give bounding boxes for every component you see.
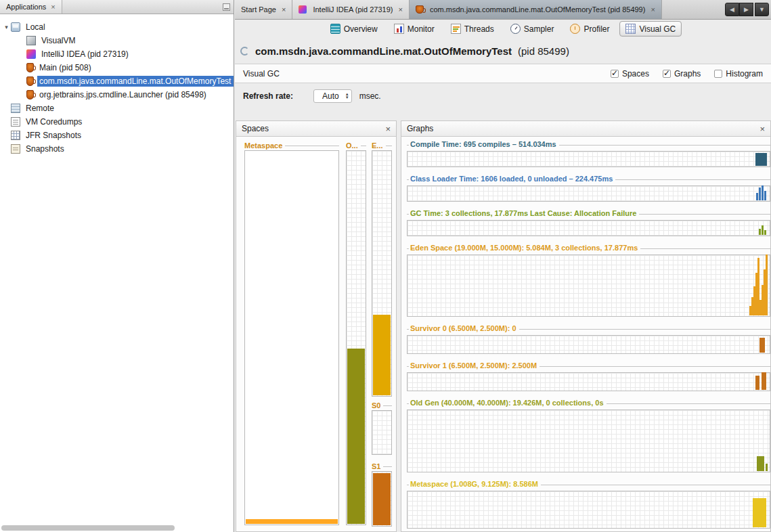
close-icon[interactable]: × <box>282 5 286 14</box>
close-icon[interactable]: × <box>759 124 765 134</box>
graph-title: Survivor 0 (6.500M, 2.500M): 0 <box>407 324 770 334</box>
tree-item[interactable]: ▾Local <box>0 20 234 34</box>
title-border-line <box>285 146 339 146</box>
graph-strip <box>407 220 770 236</box>
next-tab-button[interactable]: ▶ <box>739 3 753 16</box>
tab-profiler[interactable]: Profiler <box>564 21 615 37</box>
app-title-row: com.msdn.java.commandLine.mat.OutOfMemor… <box>235 38 771 64</box>
graph-strip <box>407 151 770 167</box>
graph-bar <box>766 254 768 315</box>
tab-list-dropdown[interactable]: ▼ <box>755 3 769 16</box>
graph-bar <box>759 229 761 235</box>
graph-row: Class Loader Time: 1606 loaded, 0 unload… <box>407 175 770 202</box>
document-tab[interactable]: IntelliJ IDEA (pid 27319)× <box>292 0 409 19</box>
tab-applications-label: Applications <box>6 3 46 11</box>
graph-bar <box>753 498 766 527</box>
title-border-line <box>615 179 770 180</box>
tree-item[interactable]: VM Coredumps <box>0 115 234 129</box>
checkbox-spaces[interactable]: Spaces <box>611 69 649 79</box>
java-icon <box>416 5 424 14</box>
tab-overview[interactable]: Overview <box>324 21 384 37</box>
java-icon <box>26 76 34 86</box>
prev-tab-button[interactable]: ◀ <box>725 3 739 16</box>
graph-row: Old Gen (40.000M, 40.000M): 19.426M, 0 c… <box>407 399 770 472</box>
tree-item[interactable]: Snapshots <box>0 142 234 156</box>
survivor1-space-fill <box>373 473 391 525</box>
tree-item-label: Local <box>24 22 47 32</box>
graph-row: Metaspace (1.008G, 9.125M): 8.586M <box>407 480 770 529</box>
graph-row: Survivor 0 (6.500M, 2.500M): 0 <box>407 324 770 354</box>
metaspace-space: Metaspace <box>244 141 339 150</box>
visualvm-window: Applications × ▾LocalVisualVMIntelliJ ID… <box>0 0 771 532</box>
tab-sampler[interactable]: Sampler <box>504 21 560 37</box>
tree-item[interactable]: JFR Snapshots <box>0 129 234 142</box>
refresh-rate-combobox[interactable]: Auto ▲ ▼ <box>313 89 352 103</box>
tree-item-label: org.jetbrains.jps.cmdline.Launcher (pid … <box>37 89 208 100</box>
graph-bar <box>766 464 768 471</box>
page-title-pid: (pid 85499) <box>518 45 569 57</box>
tree-item[interactable]: com.msdn.java.commandLine.mat.OutOfMemor… <box>0 74 234 88</box>
graphs-body: Compile Time: 695 compiles – 514.034msCl… <box>401 137 770 531</box>
tree-item-label: Snapshots <box>24 143 66 154</box>
survivor1-space: S1 <box>372 462 392 471</box>
graph-bar <box>764 191 766 200</box>
graph-title-label: Compile Time: 695 compiles – 514.034ms <box>409 140 559 150</box>
computer-icon <box>11 22 20 32</box>
stepper-icon: ▲ ▼ <box>345 93 349 99</box>
spaces-body: Metaspace O... E... S0 <box>236 137 396 531</box>
graph-title-label: Survivor 0 (6.500M, 2.500M): 0 <box>409 324 519 334</box>
close-icon[interactable]: × <box>651 5 655 14</box>
tree-item[interactable]: VisualVM <box>0 34 234 47</box>
title-border-line <box>519 329 770 330</box>
graph-title: Class Loader Time: 1606 loaded, 0 unload… <box>407 175 770 184</box>
panels: Spaces × Metaspace O... E... <box>236 120 771 532</box>
close-icon[interactable]: × <box>398 5 402 14</box>
visualvm-icon <box>26 36 36 45</box>
graphs-panel-title: Graphs <box>407 124 433 133</box>
minimize-icon[interactable] <box>223 3 230 11</box>
graph-title: Eden Space (19.000M, 15.000M): 5.084M, 3… <box>407 244 770 253</box>
visualgc-toolbar-label: Visual GC <box>243 69 280 79</box>
survivor1-space-box <box>372 471 392 527</box>
graph-title: Survivor 1 (6.500M, 2.500M): 2.500M <box>407 361 770 371</box>
graph-strip <box>407 335 770 354</box>
expander-open-icon[interactable]: ▾ <box>2 24 11 30</box>
tree-item[interactable]: Remote <box>0 102 234 115</box>
tab-monitor[interactable]: Monitor <box>388 21 441 37</box>
tree-item[interactable]: Main (pid 508) <box>0 61 234 74</box>
view-tabs: OverviewMonitorThreadsSamplerProfilerVis… <box>235 20 771 38</box>
document-tab-label: com.msdn.java.commandLine.mat.OutOfMemor… <box>430 5 646 14</box>
graph-title-label: GC Time: 3 collections, 17.877ms Last Ca… <box>409 209 639 219</box>
document-tab[interactable]: Start Page× <box>235 0 292 19</box>
title-border-line <box>640 248 770 249</box>
tab-applications[interactable]: Applications × <box>0 0 62 14</box>
refresh-rate-value: Auto <box>322 91 339 101</box>
checkbox-icon[interactable] <box>714 70 722 78</box>
graph-title-label: Survivor 1 (6.500M, 2.500M): 2.500M <box>409 361 539 371</box>
checkbox-icon[interactable] <box>611 70 619 78</box>
metaspace-space-label: Metaspace <box>244 141 282 150</box>
graph-bar <box>755 376 759 390</box>
survivor0-space: S0 <box>372 401 392 410</box>
tree-item[interactable]: IntelliJ IDEA (pid 27319) <box>0 47 234 61</box>
old-gen-space-label: O... <box>346 141 358 150</box>
checkbox-icon[interactable] <box>663 70 671 78</box>
old-gen-space-fill <box>347 349 365 524</box>
graph-title-label: Class Loader Time: 1606 loaded, 0 unload… <box>409 175 615 184</box>
snapshot-icon <box>11 144 20 154</box>
checkbox-histogram[interactable]: Histogram <box>714 69 763 79</box>
horizontal-scrollbar[interactable] <box>1 525 175 531</box>
graph-strip <box>407 185 770 202</box>
document-tab[interactable]: com.msdn.java.commandLine.mat.OutOfMemor… <box>410 0 662 19</box>
page-title: com.msdn.java.commandLine.mat.OutOfMemor… <box>255 45 512 57</box>
tab-threads[interactable]: Threads <box>445 21 500 37</box>
close-icon[interactable]: × <box>51 3 55 11</box>
tab-visual-gc[interactable]: Visual GC <box>619 21 682 37</box>
profiler-icon <box>570 24 580 34</box>
close-icon[interactable]: × <box>385 124 391 134</box>
tree-item[interactable]: org.jetbrains.jps.cmdline.Launcher (pid … <box>0 88 234 102</box>
sampler-icon <box>510 24 521 34</box>
checkbox-graphs[interactable]: Graphs <box>663 69 701 79</box>
stepper-down-icon[interactable]: ▼ <box>345 96 349 99</box>
jfr-icon <box>11 131 20 140</box>
